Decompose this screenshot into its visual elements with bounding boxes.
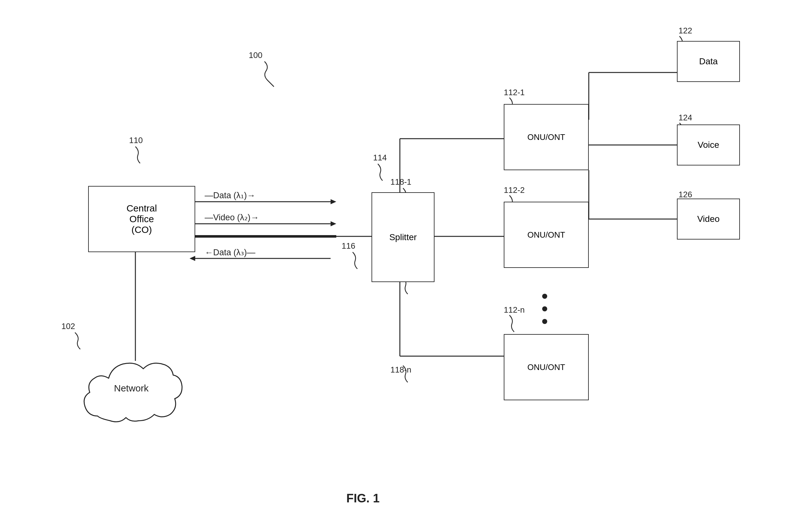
ref-114: 114 xyxy=(373,153,387,163)
video-box: Video xyxy=(677,198,740,239)
data-lambda3-label: ←Data (λ₃)— xyxy=(205,248,255,257)
ref-112-n: 112-n xyxy=(504,305,525,315)
ref-112-2: 112-2 xyxy=(504,185,525,195)
voice-label: Voice xyxy=(698,140,720,150)
diagram-container: 100 102 110 114 116 112-1 118-1 112-2 11… xyxy=(0,0,812,532)
onu-ont-n-box: ONU/ONT xyxy=(504,334,589,400)
svg-point-21 xyxy=(542,319,547,324)
co-label: CentralOffice(CO) xyxy=(127,203,157,235)
onu-ont-2-box: ONU/ONT xyxy=(504,202,589,268)
ref-102: 102 xyxy=(61,321,75,331)
voice-box: Voice xyxy=(677,125,740,166)
video-label: Video xyxy=(697,214,720,224)
splitter-box: Splitter xyxy=(372,192,435,282)
data-label: Data xyxy=(699,56,717,67)
onu-ont-1-box: ONU/ONT xyxy=(504,104,589,170)
network-label: Network xyxy=(114,383,149,394)
central-office-box: CentralOffice(CO) xyxy=(88,186,195,252)
splitter-label: Splitter xyxy=(389,232,417,242)
onu-ont-n-label: ONU/ONT xyxy=(527,362,565,372)
ref-118-1: 118-1 xyxy=(390,177,411,187)
ref-124: 124 xyxy=(679,113,692,123)
fig-caption: FIG. 1 xyxy=(346,492,380,505)
ref-112-1: 112-1 xyxy=(504,88,525,97)
svg-marker-7 xyxy=(190,256,195,261)
ref-110: 110 xyxy=(129,136,143,145)
svg-marker-2 xyxy=(331,199,336,204)
video-lambda2-label: —Video (λ₂)→ xyxy=(205,212,259,223)
data-box: Data xyxy=(677,41,740,82)
svg-point-19 xyxy=(542,294,547,299)
ref-116: 116 xyxy=(342,241,355,251)
ref-118-n: 118-n xyxy=(390,365,411,375)
onu-ont-1-label: ONU/ONT xyxy=(527,132,565,142)
svg-point-20 xyxy=(542,306,547,311)
onu-ont-2-label: ONU/ONT xyxy=(527,230,565,240)
ref-122: 122 xyxy=(679,26,692,36)
ref-100: 100 xyxy=(249,51,262,60)
svg-marker-4 xyxy=(331,221,336,226)
ref-126: 126 xyxy=(679,190,692,199)
data-lambda1-label: —Data (λ₁)→ xyxy=(205,190,255,200)
